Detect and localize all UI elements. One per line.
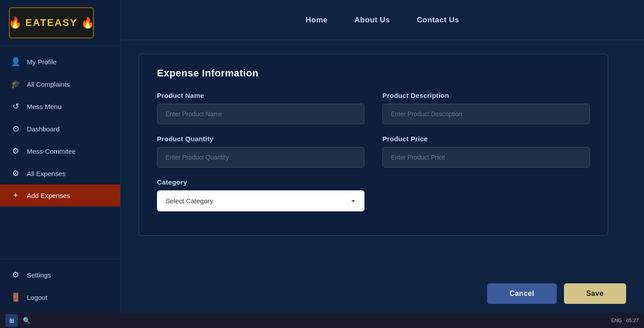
taskbar-time: 05:27 xyxy=(626,318,639,323)
top-nav: Home About Us Contact Us xyxy=(121,0,644,40)
complaints-icon: 🎓 xyxy=(11,79,21,89)
sidebar-item-label: All Expenses xyxy=(27,170,66,177)
bottom-actions: Cancel Save xyxy=(121,274,644,313)
product-price-label: Product Price xyxy=(382,135,590,143)
sidebar-item-my-profile[interactable]: 👤 My Profile xyxy=(0,50,120,73)
sidebar-item-label: Mess-Commitee xyxy=(27,147,76,155)
product-quantity-input[interactable] xyxy=(157,147,364,168)
cancel-button[interactable]: Cancel xyxy=(487,283,556,304)
product-price-group: Product Price xyxy=(382,135,590,168)
product-price-input[interactable] xyxy=(382,147,590,168)
sidebar-item-mess-menu[interactable]: ↺ Mess Menu xyxy=(0,95,120,118)
product-description-group: Product Description xyxy=(382,92,590,124)
sidebar-item-all-expenses[interactable]: ⚙ All Expenses xyxy=(0,162,120,185)
category-group: Category Select Category Food Beverages … xyxy=(157,178,364,211)
form-title: Expense Information xyxy=(157,67,590,79)
product-description-input[interactable] xyxy=(382,104,590,124)
profile-icon: 👤 xyxy=(11,57,21,67)
dashboard-icon: ⊙ xyxy=(11,124,21,134)
logo-text: EATEASY xyxy=(25,17,77,29)
sidebar-item-add-expenses[interactable]: + Add Expenses xyxy=(0,185,120,206)
category-label: Category xyxy=(157,178,364,186)
nav-items: 👤 My Profile 🎓 All Complaints ↺ Mess Men… xyxy=(0,46,120,259)
category-select[interactable]: Select Category Food Beverages Utilities… xyxy=(157,190,364,211)
sidebar-item-all-complaints[interactable]: 🎓 All Complaints xyxy=(0,73,120,95)
taskbar-lang: ENG xyxy=(611,318,622,323)
sidebar-item-settings[interactable]: ⚙ Settings xyxy=(0,264,120,286)
form-area: Expense Information Product Name Product… xyxy=(121,40,644,274)
logo-area: 🔥 EATEASY 🔥 xyxy=(0,0,120,46)
mess-menu-icon: ↺ xyxy=(11,101,21,111)
expenses-icon: ⚙ xyxy=(11,168,21,178)
settings-icon: ⚙ xyxy=(11,270,21,280)
nav-link-contact-us[interactable]: Contact Us xyxy=(417,16,459,25)
flame-right-icon: 🔥 xyxy=(81,17,94,29)
taskbar: ⊞ 🔍 ENG 05:27 xyxy=(0,313,644,328)
taskbar-left: ⊞ 🔍 xyxy=(5,314,31,327)
form-row-1: Product Name Product Description xyxy=(157,92,590,124)
sidebar-item-mess-committee[interactable]: ⚙ Mess-Commitee xyxy=(0,140,120,162)
form-row-2: Product Quantity Product Price xyxy=(157,135,590,168)
sidebar-item-dashboard[interactable]: ⊙ Dashboard xyxy=(0,118,120,140)
nav-link-home[interactable]: Home xyxy=(305,16,327,25)
product-name-label: Product Name xyxy=(157,92,364,99)
product-description-label: Product Description xyxy=(382,92,590,99)
save-button[interactable]: Save xyxy=(564,283,626,304)
sidebar: 🔥 EATEASY 🔥 👤 My Profile 🎓 All Complaint… xyxy=(0,0,121,313)
expense-form-card: Expense Information Product Name Product… xyxy=(139,54,608,236)
sidebar-item-label: Logout xyxy=(27,294,47,301)
flame-left-icon: 🔥 xyxy=(8,17,22,29)
main-content: Home About Us Contact Us Expense Informa… xyxy=(121,0,644,313)
form-row-3: Category Select Category Food Beverages … xyxy=(157,178,590,211)
product-quantity-label: Product Quantity xyxy=(157,135,364,143)
sidebar-item-label: Add Expenses xyxy=(27,192,70,199)
product-quantity-group: Product Quantity xyxy=(157,135,364,168)
sidebar-item-label: All Complaints xyxy=(27,80,70,88)
nav-link-about-us[interactable]: About Us xyxy=(354,16,390,25)
product-name-input[interactable] xyxy=(157,104,364,124)
windows-button[interactable]: ⊞ xyxy=(5,314,18,327)
taskbar-right: ENG 05:27 xyxy=(611,318,639,323)
add-icon: + xyxy=(11,191,21,200)
sidebar-item-label: Mess Menu xyxy=(27,103,62,110)
sidebar-item-logout[interactable]: 🚪 Logout xyxy=(0,286,120,308)
sidebar-item-label: My Profile xyxy=(27,58,57,66)
nav-bottom: ⚙ Settings 🚪 Logout xyxy=(0,259,120,313)
committee-icon: ⚙ xyxy=(11,146,21,156)
sidebar-item-label: Settings xyxy=(27,271,51,279)
logo-box: 🔥 EATEASY 🔥 xyxy=(9,7,94,38)
logout-icon: 🚪 xyxy=(11,292,21,302)
search-taskbar-icon[interactable]: 🔍 xyxy=(21,315,31,325)
sidebar-item-label: Dashboard xyxy=(27,125,59,133)
product-name-group: Product Name xyxy=(157,92,364,124)
